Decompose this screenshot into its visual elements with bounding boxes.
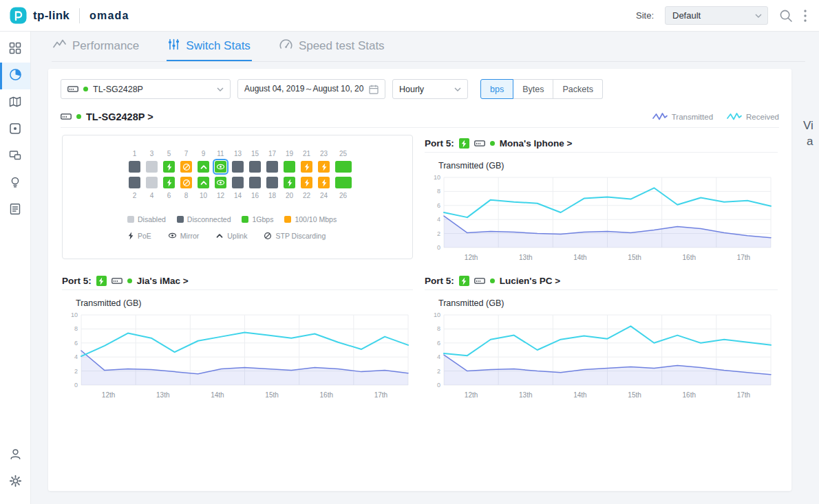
port-12[interactable]	[215, 177, 226, 188]
port-11[interactable]	[215, 161, 226, 173]
chevron-down-icon	[755, 14, 762, 18]
svg-text:8: 8	[74, 325, 78, 332]
svg-text:2: 2	[437, 368, 440, 375]
account-icon	[9, 448, 22, 463]
port-15[interactable]	[249, 161, 261, 173]
dashboard-icon	[9, 42, 21, 57]
legend-item-m100: 100/10 Mbps	[284, 215, 337, 223]
device-title[interactable]: TL-SG2428P >	[61, 111, 153, 122]
uplink-icon	[215, 232, 224, 240]
port-23[interactable]	[318, 161, 330, 173]
port-panel-2: Port 5: Lucien's PC > Transmitted (GB) 0…	[425, 272, 778, 403]
port-19[interactable]	[284, 161, 295, 173]
port-10[interactable]	[198, 177, 209, 188]
port-column: 1112	[213, 149, 228, 200]
svg-text:0: 0	[437, 382, 440, 388]
site-select[interactable]: Default	[665, 6, 768, 25]
chart-title: Transmitted (GB)	[76, 298, 413, 308]
port-8[interactable]	[180, 177, 192, 188]
brand: tp-link omada	[0, 7, 129, 24]
port-number: 16	[251, 191, 259, 200]
port-25[interactable]	[335, 161, 352, 173]
status-dot	[127, 278, 132, 283]
port-7[interactable]	[180, 161, 192, 173]
port-number: 8	[184, 191, 189, 200]
edge-text-line2: a	[807, 133, 813, 149]
unit-bps-button[interactable]: bps	[480, 79, 513, 99]
port-4[interactable]	[146, 177, 158, 188]
legend-item-mirror: Mirror	[168, 231, 199, 240]
port-5[interactable]	[163, 161, 175, 173]
tab-label: Speed test Stats	[299, 39, 385, 53]
tab-switch-stats[interactable]: Switch Stats	[167, 32, 252, 61]
section-header: TL-SG2428P > Transmitted Received	[61, 106, 779, 128]
sidebar-item-account[interactable]	[0, 442, 30, 469]
port-22[interactable]	[301, 177, 312, 188]
unit-packets-button[interactable]: Packets	[553, 79, 602, 99]
port-column: 56	[162, 149, 176, 200]
svg-text:10: 10	[434, 174, 440, 181]
port-number: 17	[268, 149, 276, 158]
device-select[interactable]: TL-SG2428P	[61, 79, 231, 99]
port-26[interactable]	[335, 177, 352, 188]
port-column: 2324	[317, 149, 331, 200]
device-title-text: TL-SG2428P >	[86, 111, 153, 122]
sidebar-item-statistics[interactable]	[0, 63, 30, 89]
tab-performance[interactable]: Performance	[52, 32, 140, 61]
port-20[interactable]	[284, 177, 295, 188]
port-panel-header[interactable]: Port 5: Jia's iMac >	[62, 272, 413, 290]
port-label: Port 5:	[425, 138, 454, 149]
edge-text-line1: Vi	[803, 119, 813, 132]
port-16[interactable]	[249, 177, 261, 188]
svg-text:0: 0	[74, 382, 78, 388]
port-number: 14	[234, 191, 242, 200]
sidebar-item-log[interactable]	[0, 197, 30, 223]
svg-text:6: 6	[437, 202, 440, 209]
sidebar-item-devices[interactable]	[0, 116, 30, 143]
port-column: 1718	[265, 149, 279, 200]
port-21[interactable]	[301, 161, 312, 173]
port-label: Port 5:	[425, 276, 454, 286]
port-number: 1	[133, 149, 137, 158]
svg-text:12th: 12th	[465, 254, 478, 261]
search-icon[interactable]	[779, 9, 793, 23]
sidebar-item-map[interactable]	[0, 89, 30, 116]
svg-text:15th: 15th	[628, 254, 641, 261]
legend-label: Received	[746, 113, 779, 121]
port-number: 26	[339, 191, 347, 200]
svg-text:6: 6	[74, 340, 78, 347]
port-1[interactable]	[129, 161, 140, 173]
port-3[interactable]	[146, 161, 158, 173]
sidebar-item-settings[interactable]	[0, 469, 30, 496]
client-name[interactable]: Lucien's PC >	[500, 276, 560, 286]
port-24[interactable]	[318, 177, 330, 188]
port-9[interactable]	[198, 161, 209, 173]
tplink-logo-icon	[10, 7, 27, 24]
port-column: 2122	[299, 149, 314, 200]
m100-swatch	[284, 216, 291, 223]
sidebar-item-insight[interactable]	[0, 170, 30, 197]
client-name[interactable]: Mona's Iphone >	[500, 138, 573, 149]
sidebar-item-dashboard[interactable]	[0, 36, 30, 63]
unit-bytes-button[interactable]: Bytes	[513, 79, 553, 99]
port-panel-header[interactable]: Port 5: Mona's Iphone >	[425, 135, 778, 153]
port-18[interactable]	[266, 177, 278, 188]
port-panel-header[interactable]: Port 5: Lucien's PC >	[425, 272, 778, 290]
port-17[interactable]	[266, 161, 278, 173]
port-grid: 1234567891011121314151617181920212223242…	[127, 149, 352, 200]
date-range-value: August 04, 2019～August 10, 2019	[244, 83, 364, 95]
port-13[interactable]	[232, 161, 244, 173]
interval-select[interactable]: Hourly	[392, 79, 468, 99]
client-name[interactable]: Jia's iMac >	[137, 276, 189, 286]
date-range-picker[interactable]: August 04, 2019～August 10, 2019	[237, 79, 385, 99]
sidebar-item-clients[interactable]	[0, 143, 30, 170]
kebab-menu-icon[interactable]	[804, 10, 807, 22]
port-6[interactable]	[163, 177, 175, 188]
svg-text:4: 4	[437, 216, 440, 223]
status-dot	[490, 278, 495, 283]
port-2[interactable]	[129, 177, 140, 188]
map-icon	[9, 96, 21, 111]
port-14[interactable]	[232, 177, 244, 188]
tab-speed-test-stats[interactable]: Speed test Stats	[278, 32, 386, 61]
svg-text:14th: 14th	[573, 391, 586, 399]
